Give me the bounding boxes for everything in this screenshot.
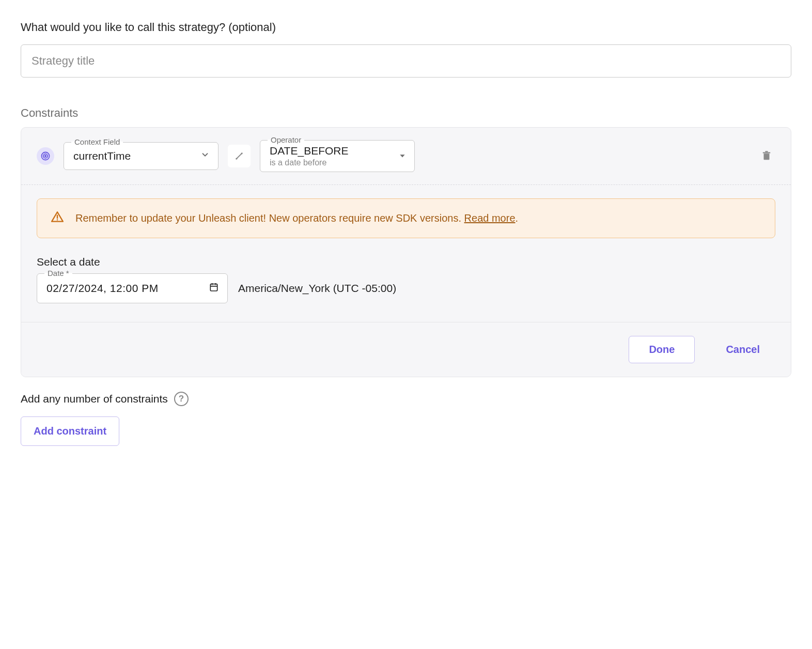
alert-text: Remember to update your Unleash client! … <box>75 210 518 226</box>
date-section-label: Select a date <box>37 256 775 268</box>
calendar-icon <box>209 282 219 295</box>
helper-text: Add any number of constraints <box>21 393 168 405</box>
operator-select[interactable]: Operator DATE_BEFORE is a date before <box>260 140 415 172</box>
context-field-select[interactable]: Context Field currentTime <box>64 142 218 170</box>
case-sensitivity-toggle[interactable] <box>228 145 251 167</box>
cancel-button[interactable]: Cancel <box>715 336 770 363</box>
svg-marker-6 <box>400 154 404 157</box>
caret-down-icon <box>399 150 406 162</box>
date-legend: Date * <box>44 269 72 277</box>
strategy-name-label: What would you like to call this strateg… <box>21 21 791 34</box>
timezone-text: America/New_York (UTC -05:00) <box>238 282 396 295</box>
sdk-warning-alert: Remember to update your Unleash client! … <box>37 198 775 238</box>
delete-constraint-button[interactable] <box>758 147 775 166</box>
svg-rect-9 <box>765 151 768 152</box>
date-input[interactable]: Date * 02/27/2024, 12:00 PM <box>37 273 228 303</box>
date-value: 02/27/2024, 12:00 PM <box>46 282 201 295</box>
target-icon <box>37 147 54 165</box>
svg-rect-8 <box>763 152 771 153</box>
operator-value: DATE_BEFORE <box>270 145 388 157</box>
strategy-name-input[interactable] <box>21 44 791 78</box>
read-more-link[interactable]: Read more <box>464 212 516 224</box>
constraint-footer: Done Cancel <box>21 322 791 377</box>
helper-row: Add any number of constraints ? <box>21 392 791 406</box>
help-icon[interactable]: ? <box>174 392 189 406</box>
context-field-value: currentTime <box>73 150 192 162</box>
constraint-body: Remember to update your Unleash client! … <box>21 185 791 322</box>
constraints-section-label: Constraints <box>21 106 791 120</box>
svg-point-2 <box>45 156 46 157</box>
operator-sublabel: is a date before <box>270 158 388 167</box>
done-button[interactable]: Done <box>629 336 695 363</box>
svg-rect-7 <box>764 153 770 160</box>
svg-rect-5 <box>236 152 243 160</box>
svg-point-11 <box>57 219 58 220</box>
operator-legend: Operator <box>268 135 304 144</box>
svg-rect-12 <box>210 284 217 291</box>
warning-icon <box>51 210 64 226</box>
trash-icon <box>761 155 772 163</box>
constraint-card: Context Field currentTime Operator DATE_… <box>21 127 791 377</box>
chevron-down-icon <box>200 150 210 162</box>
context-field-legend: Context Field <box>71 137 123 146</box>
add-constraint-button[interactable]: Add constraint <box>21 416 119 446</box>
constraint-header: Context Field currentTime Operator DATE_… <box>21 128 791 185</box>
